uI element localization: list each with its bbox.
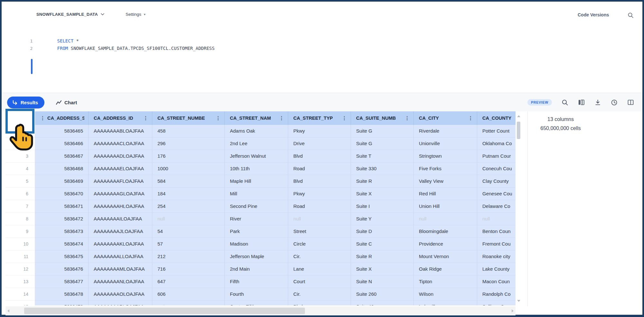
table-cell[interactable]: Suite Y [351, 213, 414, 225]
table-cell[interactable]: Conecuh Cou [477, 163, 516, 175]
scroll-right-arrow-icon[interactable] [512, 309, 514, 312]
table-cell[interactable]: Suite R [351, 175, 414, 188]
table-cell[interactable]: 5836475 [35, 250, 89, 263]
table-cell[interactable]: AAAAAAAAHLOAJFAA [89, 200, 152, 213]
table-cell[interactable]: Fourth [225, 288, 288, 301]
history-clock-icon[interactable] [611, 99, 618, 106]
table-cell[interactable]: Pkwy [288, 125, 351, 137]
row-number[interactable]: 4 [5, 163, 35, 175]
scroll-left-arrow-icon[interactable] [7, 309, 9, 312]
table-cell[interactable]: Street [288, 225, 351, 238]
table-cell[interactable]: 254 [152, 200, 225, 213]
row-number[interactable]: 7 [5, 200, 35, 213]
table-cell[interactable]: 5836468 [35, 163, 89, 175]
table-cell[interactable]: Blvd [288, 175, 351, 188]
table-cell[interactable]: 2nd Lee [225, 137, 288, 150]
table-cell[interactable]: AAAAAAAAELOAJFAA [89, 163, 152, 175]
table-cell[interactable]: AAAAAAAAKLOAJFAA [89, 238, 152, 250]
table-cell[interactable]: AAAAAAAAILOAJFAA [89, 213, 152, 225]
table-cell[interactable]: 606 [152, 288, 225, 301]
row-number[interactable]: 10 [5, 238, 35, 250]
table-cell[interactable]: 184 [152, 188, 225, 200]
table-cell[interactable]: Potter Count [477, 125, 516, 137]
table-cell[interactable]: Delaware Co [477, 200, 516, 213]
scroll-up-arrow-icon[interactable] [517, 115, 520, 117]
table-cell[interactable]: 584 [152, 175, 225, 188]
table-cell[interactable]: Suite G [351, 125, 414, 137]
columns-view-icon[interactable] [578, 99, 585, 106]
column-menu-icon[interactable]: ⋮ [143, 115, 148, 121]
table-cell[interactable]: Oak Ridge [414, 263, 477, 275]
table-cell[interactable]: Cir. [288, 288, 351, 301]
row-number[interactable]: 15 [5, 301, 35, 305]
table-cell[interactable]: Suite 330 [351, 163, 414, 175]
table-cell[interactable]: 5836466 [35, 137, 89, 150]
table-cell[interactable]: Suite T [351, 150, 414, 163]
table-cell[interactable]: River [225, 213, 288, 225]
table-cell[interactable]: Suite N [351, 275, 414, 288]
horizontal-scrollbar[interactable] [5, 306, 516, 315]
settings-dropdown[interactable]: Settings ▾ [126, 12, 146, 17]
table-cell[interactable]: 5836474 [35, 238, 89, 250]
table-cell[interactable]: Suite 260 [351, 288, 414, 301]
table-cell[interactable]: Randolph Co [477, 288, 516, 301]
table-cell[interactable]: AAAAAAAABLOAJFAA [89, 125, 152, 137]
table-cell[interactable]: 1000 [152, 163, 225, 175]
table-cell[interactable]: 10th 11th [225, 163, 288, 175]
table-cell[interactable]: AAAAAAAALLOAJFAA [89, 250, 152, 263]
download-icon[interactable] [594, 99, 601, 106]
table-cell[interactable]: Court [288, 275, 351, 288]
split-panel-icon[interactable] [627, 99, 634, 106]
table-cell[interactable]: 5836469 [35, 175, 89, 188]
code-versions-button[interactable]: Code Versions [578, 12, 609, 17]
table-cell[interactable]: Benton Coun [477, 225, 516, 238]
table-cell[interactable]: 212 [152, 250, 225, 263]
column-menu-icon[interactable]: ⋮ [279, 115, 284, 121]
table-cell[interactable]: Union Hill [414, 200, 477, 213]
table-cell[interactable]: Lake County [477, 263, 516, 275]
table-cell[interactable]: Unionville [414, 137, 477, 150]
table-cell[interactable]: Fifth [225, 275, 288, 288]
table-cell[interactable]: null [152, 301, 225, 305]
table-cell[interactable]: Adams Oak [225, 125, 288, 137]
table-cell[interactable]: Jefferson Maple [225, 250, 288, 263]
table-cell[interactable]: Riverdale [414, 125, 477, 137]
table-cell[interactable]: Madison [225, 238, 288, 250]
table-cell[interactable]: Suite G [351, 137, 414, 150]
table-cell[interactable]: 57 [152, 238, 225, 250]
table-cell[interactable]: Second Pine [225, 200, 288, 213]
column-header[interactable]: CA_STREET_NAM⋮ [225, 111, 288, 125]
table-cell[interactable]: Roanoke city [477, 250, 516, 263]
row-number[interactable]: 3 [5, 150, 35, 163]
table-cell[interactable]: Clay County [477, 175, 516, 188]
row-number[interactable]: 2 [5, 137, 35, 150]
row-number[interactable]: 6 [5, 188, 35, 200]
table-cell[interactable]: Road [288, 200, 351, 213]
row-number[interactable]: 5 [5, 175, 35, 188]
table-cell[interactable]: Stringtown [414, 150, 477, 163]
column-header[interactable]: CA_ADDRESS_ID⋮ [89, 111, 152, 125]
row-number[interactable]: 14 [5, 288, 35, 301]
table-cell[interactable]: Drive [288, 137, 351, 150]
column-menu-icon[interactable]: ⋮ [342, 115, 347, 121]
table-cell[interactable]: 458 [152, 125, 225, 137]
table-cell[interactable]: AAAAAAAAMLOAJFAA [89, 263, 152, 275]
table-cell[interactable]: 5836465 [35, 125, 89, 137]
column-header[interactable]: CA_COUNTY⋮ [477, 111, 516, 125]
horizontal-scrollbar-thumb[interactable] [24, 308, 305, 314]
sql-editor[interactable]: 1SELECT * 2FROM SNOWFLAKE_SAMPLE_DATA.TP… [2, 30, 642, 91]
column-menu-icon[interactable]: ⋮ [405, 115, 410, 121]
table-cell[interactable]: 5836479 [35, 301, 89, 305]
table-cell[interactable]: Suite X [351, 263, 414, 275]
table-cell[interactable]: 5836477 [35, 275, 89, 288]
column-header[interactable]: CA_STREET_TYP⋮ [288, 111, 351, 125]
table-cell[interactable]: Circle [288, 238, 351, 250]
vertical-scrollbar[interactable] [516, 113, 521, 303]
column-menu-icon[interactable]: ⋮ [40, 115, 45, 121]
table-cell[interactable]: null [477, 213, 516, 225]
search-icon[interactable] [628, 12, 634, 20]
table-cell[interactable]: Oklahoma Co [477, 137, 516, 150]
row-number[interactable]: 11 [5, 250, 35, 263]
table-cell[interactable]: 176 [152, 150, 225, 163]
table-cell[interactable]: Cir. [288, 250, 351, 263]
